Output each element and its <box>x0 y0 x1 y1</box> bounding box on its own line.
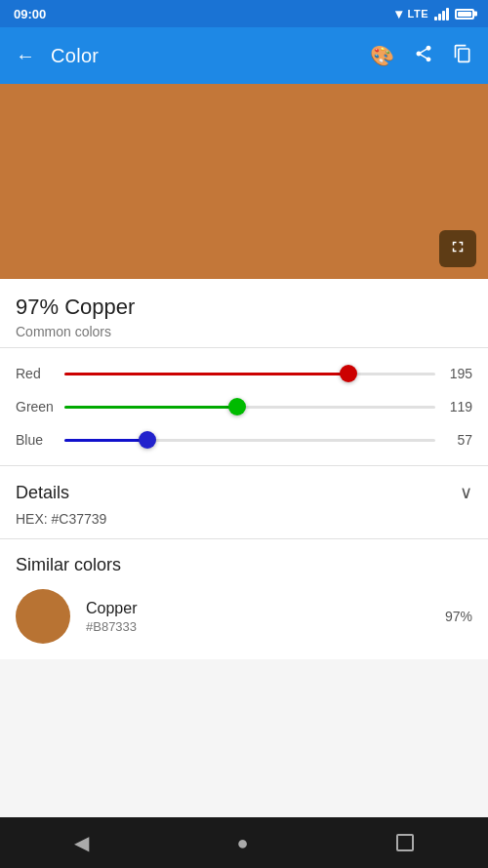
red-fill <box>64 373 348 375</box>
similar-color-percent: 97% <box>445 609 472 624</box>
similar-color-hex: #B87333 <box>86 619 445 634</box>
green-track <box>64 406 435 409</box>
fullscreen-icon <box>449 238 467 259</box>
green-thumb[interactable] <box>228 398 246 415</box>
share-icon[interactable] <box>414 44 433 68</box>
blue-slider[interactable] <box>64 430 435 450</box>
blue-value: 57 <box>435 432 472 448</box>
nav-home-button[interactable]: ● <box>236 832 248 854</box>
chevron-down-icon: ∨ <box>460 482 472 503</box>
similar-color-name: Copper <box>86 600 445 617</box>
signal-icon <box>434 7 449 20</box>
green-label: Green <box>16 399 64 414</box>
similar-item: Copper #B87333 97% <box>16 589 472 659</box>
blue-label: Blue <box>16 432 64 448</box>
green-fill <box>64 406 237 409</box>
similar-title: Similar colors <box>16 555 472 575</box>
lte-label: LTE <box>408 8 428 20</box>
back-button[interactable]: ← <box>16 45 35 67</box>
copy-icon[interactable] <box>453 44 472 68</box>
similar-section: Similar colors Copper #B87333 97% <box>0 539 488 659</box>
green-value: 119 <box>435 399 472 414</box>
red-slider[interactable] <box>64 364 435 383</box>
wifi-icon: ▾ <box>395 6 402 21</box>
status-time: 09:00 <box>14 7 46 21</box>
battery-icon <box>455 9 474 20</box>
color-percentage-name: 97% Copper <box>16 295 472 320</box>
app-bar-actions: 🎨 <box>370 44 472 68</box>
details-header[interactable]: Details ∨ <box>16 482 472 503</box>
common-colors-label: Common colors <box>16 324 472 339</box>
red-slider-row: Red 195 <box>16 364 472 383</box>
similar-info: Copper #B87333 <box>86 600 445 634</box>
nav-recents-button[interactable] <box>396 834 414 851</box>
palette-icon[interactable]: 🎨 <box>370 44 394 67</box>
nav-back-button[interactable]: ◀ <box>74 831 89 854</box>
status-bar: 09:00 ▾ LTE <box>0 0 488 27</box>
fullscreen-button[interactable] <box>439 230 476 267</box>
app-bar-title: Color <box>51 45 370 67</box>
details-title: Details <box>16 483 69 503</box>
status-icons: ▾ LTE <box>395 6 474 21</box>
blue-fill <box>64 439 147 442</box>
blue-track <box>64 439 435 442</box>
red-value: 195 <box>435 366 472 381</box>
red-label: Red <box>16 366 64 381</box>
nav-bar: ◀ ● <box>0 817 488 868</box>
content: 97% Copper Common colors Red 195 Green <box>0 279 488 659</box>
blue-thumb[interactable] <box>139 431 156 449</box>
hex-value: HEX: #C37739 <box>16 511 472 527</box>
blue-slider-row: Blue 57 <box>16 430 472 450</box>
red-track <box>64 373 435 375</box>
details-section: Details ∨ HEX: #C37739 <box>0 466 488 538</box>
green-slider[interactable] <box>64 397 435 416</box>
red-thumb[interactable] <box>340 365 357 382</box>
color-name-section: 97% Copper Common colors <box>0 279 488 347</box>
sliders-section: Red 195 Green 119 Blue <box>0 348 488 465</box>
similar-color-circle <box>16 589 70 644</box>
green-slider-row: Green 119 <box>16 397 472 416</box>
color-preview <box>0 84 488 279</box>
app-bar: ← Color 🎨 <box>0 27 488 84</box>
